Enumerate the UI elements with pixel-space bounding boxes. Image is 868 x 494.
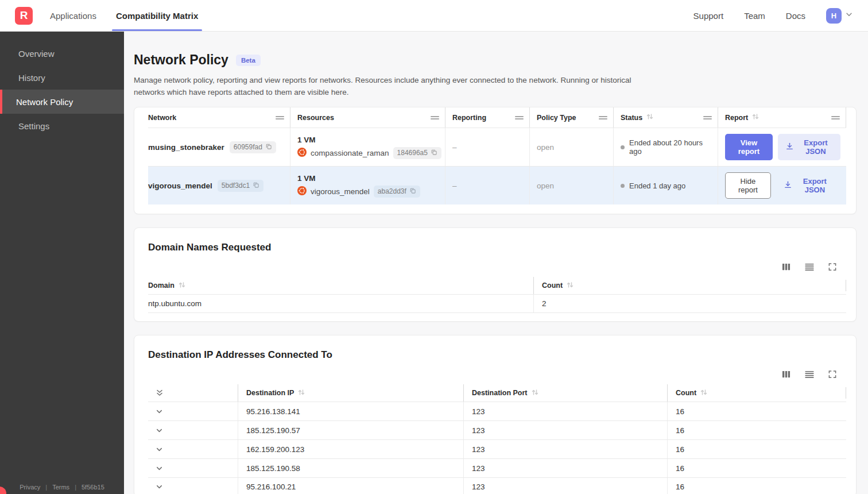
export-json-button[interactable]: Export JSON (776, 172, 840, 199)
sort-icon[interactable] (566, 281, 574, 290)
chevron-down-icon[interactable] (155, 464, 164, 473)
ip-cell: 185.125.190.57 (238, 421, 463, 439)
fullscreen-icon[interactable] (828, 370, 837, 379)
double-chevron-down-icon[interactable] (155, 388, 164, 397)
expander-cell (148, 402, 238, 420)
destination-row: 185.125.190.58 123 16 (148, 458, 846, 477)
column-header-network[interactable]: Network (148, 107, 290, 128)
sort-icon[interactable] (531, 389, 539, 397)
network-row: vigorous_mendel 5bdf3dc1 1 VM vigorous_m… (148, 166, 846, 204)
status-cell: Ended 1 day ago (614, 167, 718, 204)
copy-icon[interactable] (265, 143, 272, 152)
secondary-nav: Support Team Docs H (693, 8, 853, 24)
destination-table-header: Destination IP Destination Port Count (148, 384, 846, 402)
ip-cell: 95.216.100.21 (238, 478, 463, 494)
networks-card: Network Resources Reporting Policy Type … (134, 107, 857, 214)
reporting-cell: – (445, 128, 530, 166)
nav-tab-applications[interactable]: Applications (50, 0, 96, 31)
column-header-resources[interactable]: Resources (290, 107, 445, 128)
expander-cell (148, 440, 238, 458)
column-header-status[interactable]: Status (614, 107, 718, 128)
column-header-destination-ip[interactable]: Destination IP (238, 384, 463, 402)
chevron-down-icon[interactable] (155, 407, 164, 416)
sidebar-footer: Privacy | Terms | 5f56b15 (0, 484, 124, 491)
page-description: Manage network policy, reporting and vie… (134, 74, 642, 98)
sidebar-item-overview[interactable]: Overview (0, 41, 124, 65)
copy-icon[interactable] (253, 182, 259, 190)
app-logo[interactable]: R (15, 7, 33, 25)
column-header-report[interactable]: Report (718, 107, 846, 128)
column-header-count[interactable]: Count (667, 384, 846, 402)
policy-type-cell: open (530, 128, 614, 166)
avatar[interactable]: H (826, 8, 842, 24)
nav-tab-compatibility-matrix[interactable]: Compatibility Matrix (116, 0, 198, 31)
networks-table-header: Network Resources Reporting Policy Type … (148, 107, 846, 128)
copy-icon[interactable] (409, 187, 416, 196)
resource-name: vigorous_mendel (311, 187, 370, 196)
sort-icon[interactable] (646, 113, 654, 122)
resource-count: 1 VM (297, 174, 316, 183)
column-resize-handle-icon[interactable] (599, 115, 607, 121)
table-toolbar (148, 263, 837, 271)
export-json-button[interactable]: Export JSON (778, 134, 840, 160)
column-resize-handle-icon[interactable] (276, 115, 284, 121)
network-row: musing_stonebraker 60959fad 1 VM compass… (148, 128, 846, 166)
ubuntu-icon (297, 186, 307, 197)
fullscreen-icon[interactable] (828, 263, 837, 271)
sort-icon[interactable] (700, 389, 708, 397)
resource-id-badge[interactable]: 184696a5 (393, 147, 441, 159)
nav-link-support[interactable]: Support (693, 11, 724, 21)
nav-link-team[interactable]: Team (744, 11, 765, 21)
expander-cell (148, 421, 238, 439)
column-header-reporting[interactable]: Reporting (445, 107, 530, 128)
divider: | (45, 484, 47, 491)
nav-link-docs[interactable]: Docs (786, 11, 805, 21)
sidebar-item-network-policy[interactable]: Network Policy (0, 90, 124, 114)
chevron-down-icon[interactable] (155, 445, 164, 454)
resource-count: 1 VM (297, 136, 316, 144)
column-header-count[interactable]: Count (533, 277, 846, 294)
network-name: musing_stonebraker (148, 143, 224, 152)
destination-row: 95.216.138.141 123 16 (148, 402, 846, 420)
copy-icon[interactable] (431, 149, 437, 157)
user-menu[interactable]: H (826, 8, 853, 24)
chevron-down-icon[interactable] (155, 483, 164, 491)
column-resize-handle-icon[interactable] (831, 115, 840, 121)
top-nav: R Applications Compatibility Matrix Supp… (0, 0, 868, 32)
column-resize-handle-icon[interactable] (515, 115, 524, 121)
ip-cell: 162.159.200.123 (238, 440, 463, 458)
count-cell: 16 (667, 440, 846, 458)
network-id-badge[interactable]: 60959fad (230, 141, 276, 153)
privacy-link[interactable]: Privacy (20, 484, 40, 491)
sidebar-item-settings[interactable]: Settings (0, 114, 124, 138)
columns-icon[interactable] (781, 370, 791, 379)
network-id-badge[interactable]: 5bdf3dc1 (218, 180, 264, 192)
report-cell: Hide report Export JSON (718, 167, 846, 204)
resource-id-badge[interactable]: aba2dd3f (374, 186, 420, 198)
column-resize-handle-icon[interactable] (703, 115, 712, 121)
hide-report-button[interactable]: Hide report (725, 172, 771, 199)
status-dot (621, 184, 625, 188)
sidebar-item-history[interactable]: History (0, 65, 124, 90)
row-height-icon[interactable] (804, 370, 815, 379)
download-icon (784, 180, 792, 191)
card-title: Domain Names Requested (148, 228, 846, 253)
reporting-cell: – (445, 167, 530, 204)
sort-icon[interactable] (297, 389, 305, 397)
resource-name: compassionate_raman (311, 149, 389, 157)
terms-link[interactable]: Terms (52, 484, 69, 491)
domain-table-header: Domain Count (148, 277, 846, 294)
primary-nav: Applications Compatibility Matrix (50, 0, 198, 31)
status-cell: Ended about 20 hours ago (614, 128, 718, 166)
expander-cell (148, 459, 238, 477)
row-height-icon[interactable] (804, 263, 815, 271)
column-header-policy-type[interactable]: Policy Type (530, 107, 614, 128)
column-resize-handle-icon[interactable] (431, 115, 439, 121)
column-header-domain[interactable]: Domain (148, 277, 533, 294)
columns-icon[interactable] (781, 263, 791, 271)
view-report-button[interactable]: View report (725, 134, 773, 160)
chevron-down-icon[interactable] (155, 426, 164, 435)
column-header-destination-port[interactable]: Destination Port (463, 384, 667, 402)
sort-icon[interactable] (178, 281, 186, 290)
sort-icon[interactable] (751, 113, 760, 122)
